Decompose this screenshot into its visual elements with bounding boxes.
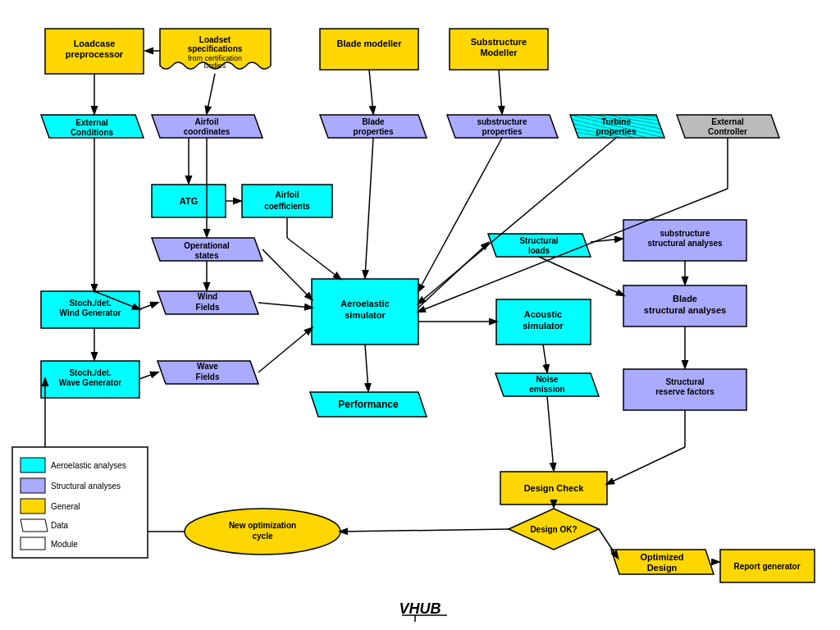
svg-text:Airfoil: Airfoil [276, 190, 299, 199]
svg-text:bodies: bodies [204, 62, 226, 70]
svg-text:Module: Module [51, 540, 78, 549]
svg-text:coefficients: coefficients [264, 202, 310, 211]
svg-text:Operational: Operational [184, 241, 230, 250]
svg-text:Wave Generator: Wave Generator [59, 378, 121, 387]
svg-text:Design Check: Design Check [524, 483, 585, 493]
svg-text:New optimization: New optimization [229, 521, 296, 530]
svg-text:Fields: Fields [196, 303, 220, 312]
svg-text:Loadcase: Loadcase [74, 39, 116, 48]
svg-rect-147 [21, 537, 45, 550]
svg-text:Airfoil: Airfoil [195, 117, 219, 126]
svg-text:Substructure: Substructure [471, 37, 527, 47]
svg-text:Blade: Blade [362, 117, 385, 126]
svg-text:reserve factors: reserve factors [655, 387, 714, 396]
svg-rect-44 [242, 185, 332, 217]
svg-text:ATG: ATG [180, 196, 198, 206]
svg-text:Noise: Noise [536, 375, 559, 384]
svg-text:External: External [75, 118, 108, 127]
svg-marker-145 [21, 519, 48, 532]
svg-text:Design OK?: Design OK? [530, 525, 577, 534]
svg-text:Structural analyses: Structural analyses [51, 482, 121, 491]
svg-text:loads: loads [528, 246, 550, 255]
svg-rect-141 [21, 478, 45, 493]
svg-text:Data: Data [51, 521, 69, 530]
svg-rect-139 [21, 458, 45, 472]
svg-text:Report generator: Report generator [733, 562, 800, 571]
svg-text:Loadset: Loadset [199, 35, 231, 44]
svg-text:specifications: specifications [188, 44, 243, 53]
svg-text:cycle: cycle [252, 532, 272, 541]
svg-text:structural analyses: structural analyses [644, 305, 726, 315]
svg-text:Blade modeller: Blade modeller [337, 39, 403, 48]
svg-text:Controller: Controller [708, 127, 747, 136]
svg-text:Structural: Structural [665, 377, 704, 386]
svg-text:VHUB: VHUB [399, 600, 441, 617]
svg-text:simulator: simulator [523, 321, 564, 331]
svg-text:substructure: substructure [477, 117, 527, 126]
svg-text:emission: emission [529, 385, 564, 394]
svg-text:Wind: Wind [198, 292, 217, 301]
svg-text:structural analyses: structural analyses [647, 239, 723, 248]
svg-text:Aeroelastic analyses: Aeroelastic analyses [51, 461, 126, 470]
svg-rect-143 [21, 499, 45, 514]
svg-text:Blade: Blade [673, 294, 697, 304]
svg-text:External: External [711, 117, 744, 126]
diagram-container: Loadcase preprocessor Loadset specificat… [0, 0, 840, 630]
svg-text:Optimized: Optimized [640, 552, 683, 562]
svg-text:Wind Generator: Wind Generator [60, 308, 121, 317]
svg-text:Modeller: Modeller [480, 48, 518, 57]
svg-text:coordinates: coordinates [184, 127, 231, 136]
svg-text:states: states [195, 251, 219, 260]
svg-text:Stoch./det.: Stoch./det. [69, 368, 111, 377]
svg-text:preprocessor: preprocessor [66, 49, 124, 59]
svg-text:Design: Design [647, 563, 678, 573]
svg-text:properties: properties [596, 127, 637, 136]
svg-text:Turbine: Turbine [601, 117, 631, 126]
svg-text:Conditions: Conditions [71, 128, 114, 137]
svg-text:Acoustic: Acoustic [524, 309, 562, 319]
svg-text:General: General [51, 502, 80, 511]
svg-text:properties: properties [482, 127, 523, 136]
svg-text:Aeroelastic: Aeroelastic [340, 299, 389, 308]
svg-text:substructure: substructure [660, 229, 710, 238]
svg-text:Performance: Performance [338, 399, 399, 410]
svg-text:Fields: Fields [196, 372, 220, 381]
svg-text:properties: properties [354, 127, 394, 136]
svg-rect-8 [320, 29, 418, 70]
svg-text:Wave: Wave [197, 362, 218, 371]
svg-text:Structural: Structural [519, 236, 558, 245]
svg-text:Stoch./det.: Stoch./det. [69, 299, 111, 308]
svg-text:simulator: simulator [345, 310, 386, 320]
